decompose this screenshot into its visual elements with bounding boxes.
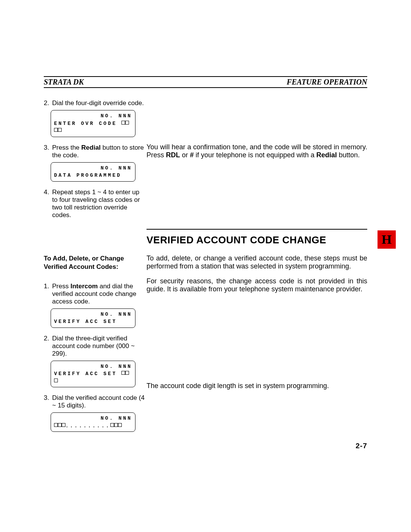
- side-heading: To Add, Delete, or Change Verified Accou…: [44, 254, 147, 271]
- lcd-line2: ENTER OVR CODE: [54, 120, 132, 135]
- step-4: 4. Repeat steps 1 ~ 4 to enter up to fou…: [44, 189, 147, 219]
- lcd-line2: ..........: [54, 422, 132, 430]
- lower-block: To Add, Delete, or Change Verified Accou…: [44, 254, 367, 439]
- section-tab: H: [378, 230, 396, 249]
- lcd-display: NO. NNN DATA PROGRAMMED: [51, 162, 135, 182]
- upper-block: 2. Dial the four-digit override code. NO…: [44, 99, 367, 221]
- header-bar: STRATA DK FEATURE OPERATION: [44, 76, 367, 88]
- note-text: You will hear a confirmation tone, and t…: [147, 143, 367, 159]
- section-title: VERIFIED ACCOUNT CODE CHANGE: [147, 234, 367, 246]
- section-p3: The account code digit length is set in …: [147, 382, 367, 390]
- section-rule: [147, 229, 367, 230]
- page: STRATA DK FEATURE OPERATION 2. Dial the …: [0, 0, 411, 532]
- section-p1: To add, delete, or change a verified acc…: [147, 254, 367, 270]
- header-right: FEATURE OPERATION: [287, 78, 367, 86]
- page-number: 2-7: [356, 442, 367, 450]
- section-p2: For security reasons, the change access …: [147, 277, 367, 293]
- b-step-1: 1. Press Intercom and dial the verified …: [44, 283, 147, 305]
- step-2: 2. Dial the four-digit override code.: [44, 99, 147, 107]
- lower-right-col: To add, delete, or change a verified acc…: [147, 254, 367, 439]
- upper-right-col: You will hear a confirmation tone, and t…: [147, 99, 367, 221]
- header-left: STRATA DK: [44, 78, 84, 86]
- b-step-2: 2. Dial the three-digit verified account…: [44, 335, 147, 358]
- lcd-display: NO. NNN VERIFY ACC SET: [51, 308, 135, 328]
- lcd-display: NO. NNN VERIFY ACC SET: [51, 361, 135, 388]
- section-block: VERIFIED ACCOUNT CODE CHANGE To Add, Del…: [44, 229, 367, 439]
- lcd-display: NO. NNN ENTER OVR CODE: [51, 110, 135, 137]
- lcd-line2: VERIFY ACC SET: [54, 370, 132, 385]
- lower-left-col: To Add, Delete, or Change Verified Accou…: [44, 254, 147, 439]
- upper-left-col: 2. Dial the four-digit override code. NO…: [44, 99, 147, 221]
- b-step-3: 3. Dial the verified account code (4 ~ 1…: [44, 394, 147, 409]
- step-3: 3. Press the Redial button to store the …: [44, 144, 147, 159]
- lcd-display: NO. NNN ..........: [51, 412, 135, 432]
